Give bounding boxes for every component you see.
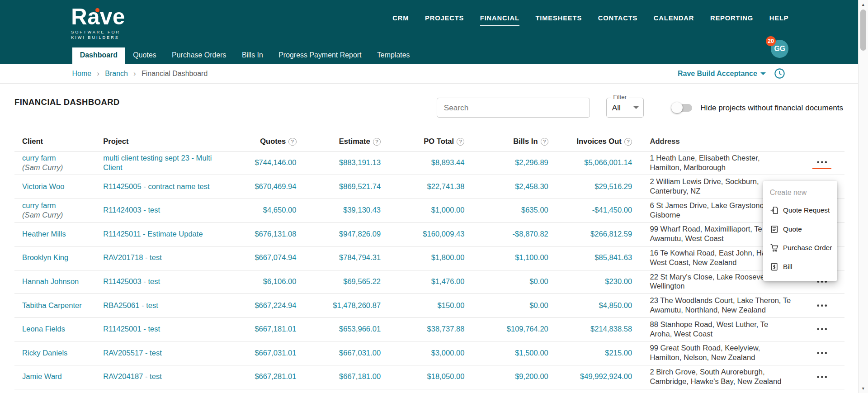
scroll-up-icon[interactable]: ▲ (859, 0, 868, 9)
tab-templates[interactable]: Templates (369, 47, 418, 64)
po-total-value[interactable]: $38,737.88 (427, 325, 465, 333)
help-icon[interactable]: ? (288, 138, 296, 146)
nav-contacts[interactable]: CONTACTS (598, 14, 638, 27)
estimate-value[interactable]: $883,191.13 (339, 158, 381, 167)
nav-financial[interactable]: FINANCIAL (480, 14, 519, 27)
row-actions-button[interactable] (812, 349, 831, 359)
estimate-value[interactable]: $1,478,260.87 (333, 301, 381, 310)
bills-in-value[interactable]: -$8,870.82 (513, 230, 548, 238)
project-link[interactable]: R11425003 - test (103, 277, 160, 286)
quotes-value[interactable]: $667,031.01 (255, 349, 296, 357)
estimate-value[interactable]: $947,826.09 (339, 230, 381, 238)
search-input[interactable] (437, 98, 590, 118)
row-actions-button[interactable] (812, 158, 831, 169)
nav-reporting[interactable]: REPORTING (710, 14, 753, 27)
po-total-value[interactable]: $160,009.43 (423, 230, 464, 238)
po-total-value[interactable]: $1,000.00 (431, 206, 465, 214)
project-link[interactable]: RAV205517 - test (103, 349, 162, 357)
quotes-value[interactable]: $667,074.94 (255, 253, 296, 262)
project-link[interactable]: R11425011 - Estimate Update (103, 230, 203, 238)
po-total-value[interactable]: $1,476.00 (431, 277, 465, 286)
po-total-value[interactable]: $3,000.00 (431, 349, 465, 357)
quotes-value[interactable]: $744,146.00 (255, 158, 296, 167)
help-icon[interactable]: ? (541, 138, 548, 146)
client-link[interactable]: Victoria Woo (22, 182, 64, 191)
row-actions-button[interactable] (812, 373, 831, 383)
po-total-value[interactable]: $8,893.44 (431, 158, 465, 167)
quotes-value[interactable]: $667,281.01 (255, 372, 296, 381)
invoices-out-value[interactable]: $29,516.29 (594, 182, 632, 191)
help-icon[interactable]: ? (457, 138, 464, 146)
project-link[interactable]: multi client testing sept 23 - Multi Cli… (103, 154, 212, 172)
help-icon[interactable]: ? (373, 138, 381, 146)
po-total-value[interactable]: $22,741.38 (427, 182, 465, 191)
nav-calendar[interactable]: CALENDAR (654, 14, 694, 27)
tab-bills-in[interactable]: Bills In (234, 47, 271, 64)
project-link[interactable]: R11425005 - contract name test (103, 182, 209, 191)
client-link[interactable]: curry farm (22, 201, 56, 210)
quotes-value[interactable]: $4,650.00 (263, 206, 297, 214)
invoices-out-value[interactable]: $214,838.58 (590, 325, 632, 333)
client-link[interactable]: curry farm (22, 154, 56, 162)
tab-quotes[interactable]: Quotes (125, 47, 164, 64)
row-actions-button[interactable] (812, 302, 831, 311)
estimate-value[interactable]: $667,181.00 (339, 372, 381, 381)
menu-item-quote[interactable]: Quote (763, 220, 837, 239)
hide-projects-toggle[interactable] (673, 104, 692, 112)
estimate-value[interactable]: $653,966.01 (339, 325, 381, 333)
history-clock-icon[interactable] (774, 67, 786, 80)
notification-badge[interactable]: 20 (766, 36, 776, 46)
project-link[interactable]: RAV201718 - test (103, 253, 162, 262)
bills-in-value[interactable]: $0.00 (529, 277, 548, 286)
scroll-down-icon[interactable]: ▼ (859, 384, 868, 393)
filter-select[interactable]: Filter All (606, 98, 644, 118)
quotes-value[interactable]: $676,131.08 (255, 230, 296, 238)
nav-projects[interactable]: PROJECTS (425, 14, 464, 27)
po-total-value[interactable]: $150.00 (438, 301, 465, 310)
invoices-out-value[interactable]: $85,841.63 (594, 253, 632, 262)
client-link[interactable]: Hannah Johnson (22, 277, 79, 286)
client-link[interactable]: Brooklyn King (22, 253, 68, 262)
client-link[interactable]: Leona Fields (22, 325, 65, 333)
estimate-value[interactable]: $784,794.31 (339, 253, 381, 262)
invoices-out-value[interactable]: $266,812.59 (590, 230, 632, 238)
bills-in-value[interactable]: $9,200.00 (515, 372, 548, 381)
quotes-value[interactable]: $6,106.00 (263, 277, 297, 286)
quotes-value[interactable]: $670,469.94 (255, 182, 296, 191)
menu-item-bill[interactable]: Bill (763, 257, 837, 276)
invoices-out-value[interactable]: $5,066,001.14 (584, 158, 632, 167)
client-link[interactable]: Heather Mills (22, 230, 66, 238)
scrollbar-thumb[interactable] (860, 9, 867, 51)
client-link[interactable]: Ricky Daniels (22, 349, 67, 357)
tab-purchase-orders[interactable]: Purchase Orders (164, 47, 234, 64)
bills-in-value[interactable]: $2,458.30 (515, 182, 548, 191)
tab-progress-payment-report[interactable]: Progress Payment Report (271, 47, 369, 64)
bills-in-value[interactable]: $1,100.00 (515, 253, 548, 262)
invoices-out-value[interactable]: $4,850.00 (599, 301, 632, 310)
bills-in-value[interactable]: $0.00 (529, 301, 548, 310)
quotes-value[interactable]: $667,224.94 (255, 301, 296, 310)
nav-crm[interactable]: CRM (392, 14, 409, 27)
bills-in-value[interactable]: $1,500.00 (515, 349, 548, 357)
row-actions-button[interactable] (812, 326, 831, 335)
invoices-out-value[interactable]: -$41,450.00 (592, 206, 632, 214)
bills-in-value[interactable]: $2,296.89 (515, 158, 548, 167)
breadcrumb-home[interactable]: Home (72, 70, 92, 78)
project-link[interactable]: R11425001 - test (103, 325, 160, 333)
browser-scrollbar[interactable]: ▲ ▼ (858, 0, 868, 393)
estimate-value[interactable]: $69,565.22 (343, 277, 381, 286)
project-link[interactable]: RAV204187 - test (103, 372, 162, 381)
estimate-value[interactable]: $869,521.74 (339, 182, 381, 191)
bills-in-value[interactable]: $635.00 (521, 206, 548, 214)
bills-in-value[interactable]: $109,764.20 (507, 325, 548, 333)
menu-item-quote-request[interactable]: Quote Request (763, 201, 837, 220)
po-total-value[interactable]: $18,050.00 (427, 372, 465, 381)
tab-dashboard[interactable]: Dashboard (72, 47, 126, 64)
invoices-out-value[interactable]: $230.00 (605, 277, 632, 286)
project-link[interactable]: R11424003 - test (103, 206, 160, 214)
workspace-selector[interactable]: Rave Build Acceptance (678, 70, 766, 78)
client-link[interactable]: Tabitha Carpenter (22, 301, 82, 310)
client-link[interactable]: Jamie Ward (22, 372, 62, 381)
breadcrumb-branch[interactable]: Branch (105, 70, 128, 78)
project-link[interactable]: RBA25061 - test (103, 301, 158, 310)
